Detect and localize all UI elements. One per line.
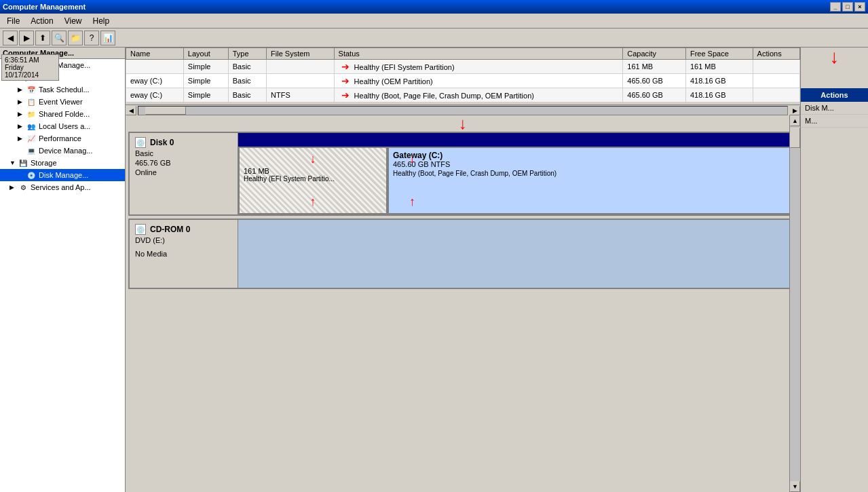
cell-layout: Simple	[183, 88, 228, 102]
sidebar-item-storage[interactable]: ▼ 💾 Storage	[0, 157, 125, 169]
partition-main[interactable]: ↓ Gateway (C:) 465.60 GB NTFS Healthy (B…	[388, 147, 796, 214]
content-area: Name Layout Type File System Status Capa…	[126, 48, 800, 492]
disk0-type: Basic	[135, 149, 232, 157]
vscroll-track[interactable]	[790, 126, 800, 481]
sidebar-item-local-users[interactable]: ▶ 👥 Local Users a...	[0, 120, 125, 132]
cell-fs	[267, 74, 335, 88]
vscroll-up-btn[interactable]: ▲	[790, 115, 800, 126]
disk0-container: 💿 Disk 0 Basic 465.76 GB Online ↓ 161 MB	[128, 132, 797, 216]
cdrom-empty-area	[238, 220, 796, 288]
users-icon: 👥	[26, 121, 37, 132]
disk0-icon: 💿	[135, 137, 146, 148]
table-h-scrollbar[interactable]: ◀ ▶	[126, 105, 800, 115]
disk0-label: 💿 Disk 0 Basic 465.76 GB Online	[130, 133, 238, 214]
sidebar-item-event-viewer[interactable]: ▶ 📋 Event Viewer	[0, 96, 125, 108]
close-button[interactable]: ×	[854, 2, 865, 12]
scroll-left-btn[interactable]: ◀	[126, 106, 136, 115]
disk-icon: 💿	[26, 170, 37, 181]
event-icon: 📋	[26, 96, 37, 107]
cdrom-status: No Media	[135, 250, 232, 258]
toolbar: ◀ ▶ ⬆ 🔍 📁 ? 📊	[0, 29, 868, 48]
scroll-thumb[interactable]	[145, 107, 186, 115]
menu-help[interactable]: Help	[88, 15, 115, 27]
expand-icon-users[interactable]: ▶	[18, 123, 26, 130]
sidebar-item-disk-management[interactable]: 💿 Disk Manage...	[0, 169, 125, 181]
partition-efi[interactable]: ↓ 161 MB Healthy (EFI System Partitio...…	[238, 147, 388, 214]
actions-header: Actions	[801, 88, 868, 102]
sidebar-item-performance[interactable]: ▶ 📈 Performance	[0, 132, 125, 145]
sidebar-item-services[interactable]: ▶ ⚙ Services and Ap...	[0, 181, 125, 193]
cdrom-type: DVD (E:)	[135, 236, 232, 244]
expand-icon-services[interactable]: ▶	[10, 184, 18, 191]
col-filesystem[interactable]: File System	[267, 48, 335, 60]
cell-free: 161 MB	[685, 60, 753, 74]
cell-free: 418.16 GB	[685, 88, 753, 102]
date-display: 10/17/2014	[5, 71, 56, 79]
scroll-track[interactable]	[138, 106, 788, 115]
expand-icon-perf[interactable]: ▶	[18, 135, 26, 142]
efi-size: 161 MB	[244, 167, 382, 175]
col-type[interactable]: Type	[228, 48, 266, 60]
main-container: Computer Manage... ▼ 🖥 Computer Manage..…	[0, 48, 868, 492]
cdrom-container: 💿 CD-ROM 0 DVD (E:) No Media	[128, 219, 797, 289]
toolbar-help[interactable]: ?	[84, 31, 99, 45]
menu-action[interactable]: Action	[25, 15, 58, 27]
main-part-name: Gateway (C:)	[393, 151, 791, 160]
table-row[interactable]: eway (C:) Simple Basic NTFS ➔ Healthy (B…	[126, 88, 800, 102]
col-capacity[interactable]: Capacity	[623, 48, 686, 60]
annotation-arrow-down: ↓	[459, 115, 467, 132]
action-m[interactable]: M...	[801, 115, 868, 128]
expand-icon-task[interactable]: ▶	[18, 86, 26, 93]
disk-visual-area: ↓ 💿 Disk 0 Basic 465.76 GB Online	[126, 115, 800, 492]
main-part-status: Healthy (Boot, Page File, Crash Dump, OE…	[393, 170, 791, 177]
vscroll-down-btn[interactable]: ▼	[790, 481, 800, 492]
toolbar-back[interactable]: ◀	[3, 31, 18, 45]
expand-icon-storage[interactable]: ▼	[10, 159, 18, 166]
vscroll-thumb[interactable]	[790, 128, 800, 148]
col-layout[interactable]: Layout	[183, 48, 228, 60]
cell-type: Basic	[228, 74, 266, 88]
actions-arrow-down: ↓	[830, 48, 839, 67]
cell-name: eway (C:)	[126, 88, 184, 102]
toolbar-up[interactable]: ⬆	[35, 31, 50, 45]
table-row[interactable]: eway (C:) Simple Basic ➔ Healthy (OEM Pa…	[126, 74, 800, 88]
table-area: Name Layout Type File System Status Capa…	[126, 48, 800, 105]
cdrom-label: 💿 CD-ROM 0 DVD (E:) No Media	[130, 220, 238, 288]
toolbar-search[interactable]: 🔍	[52, 31, 67, 45]
cell-name	[126, 60, 184, 74]
scroll-right-btn[interactable]: ▶	[789, 106, 800, 115]
col-name[interactable]: Name	[126, 48, 184, 60]
title-bar: Computer Management _ □ ×	[0, 0, 868, 14]
toolbar-forward[interactable]: ▶	[19, 31, 34, 45]
actions-panel: ↓ Actions Disk M... M...	[800, 48, 868, 492]
window-title: Computer Management	[3, 3, 830, 11]
expand-icon-shared[interactable]: ▶	[18, 111, 26, 117]
table-row[interactable]: Simple Basic ➔ Healthy (EFI System Parti…	[126, 60, 800, 74]
sidebar-item-device-manager[interactable]: 💻 Device Manag...	[0, 145, 125, 157]
minimize-button[interactable]: _	[830, 2, 841, 12]
cell-free: 418.16 GB	[685, 74, 753, 88]
menu-file[interactable]: File	[1, 15, 25, 27]
disk0-partitions: ↓ 161 MB Healthy (EFI System Partitio...…	[238, 133, 796, 214]
cell-layout: Simple	[183, 74, 228, 88]
cell-status: ➔ Healthy (OEM Partition)	[334, 74, 623, 88]
col-status[interactable]: Status	[334, 48, 623, 60]
sidebar: Computer Manage... ▼ 🖥 Computer Manage..…	[0, 48, 126, 492]
col-actions[interactable]: Actions	[753, 48, 799, 60]
disk0-name: 💿 Disk 0	[135, 137, 232, 148]
cell-layout: Simple	[183, 60, 228, 74]
col-freespace[interactable]: Free Space	[685, 48, 753, 60]
sidebar-item-task-scheduler[interactable]: ▶ 📅 Task Schedul...	[0, 83, 125, 96]
toolbar-chart[interactable]: 📊	[100, 31, 115, 45]
expand-icon-event[interactable]: ▶	[18, 98, 26, 105]
action-disk-m[interactable]: Disk M...	[801, 102, 868, 115]
toolbar-folder[interactable]: 📁	[68, 31, 83, 45]
cell-name: eway (C:)	[126, 74, 184, 88]
cell-act	[753, 74, 799, 88]
sidebar-item-shared-folders[interactable]: ▶ 📁 Shared Folde...	[0, 108, 125, 120]
disk0-size: 465.76 GB	[135, 159, 232, 167]
maximize-button[interactable]: □	[842, 2, 853, 12]
menu-view[interactable]: View	[59, 15, 88, 27]
cell-capacity: 465.60 GB	[623, 88, 686, 102]
disk-vscroll[interactable]: ▲ ▼	[789, 115, 800, 492]
